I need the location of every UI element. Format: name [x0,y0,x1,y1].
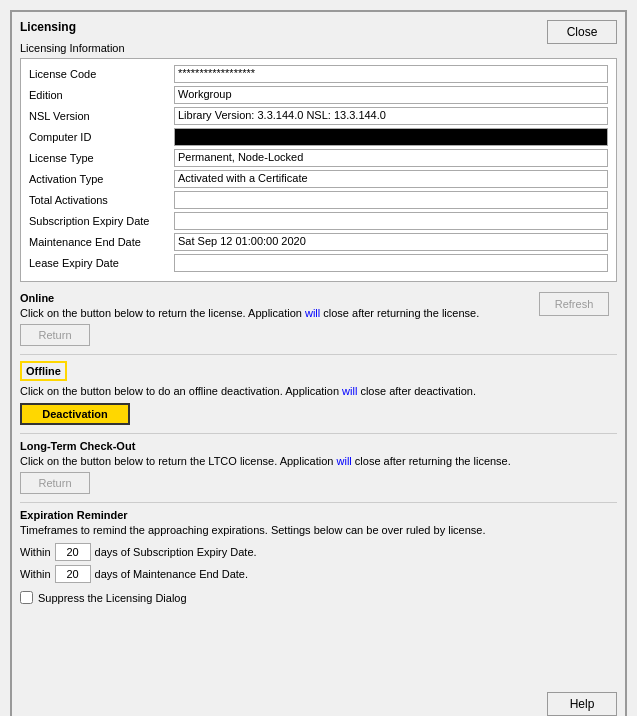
info-row: License Code****************** [29,65,608,83]
expiration-row1-input[interactable] [55,543,91,561]
offline-desc-pre: Click on the button below to do an offli… [20,385,342,397]
dialog-title: Licensing [20,20,617,34]
suppress-checkbox[interactable] [20,591,33,604]
info-row: License TypePermanent, Node-Locked [29,149,608,167]
info-label: Computer ID [29,131,174,143]
info-row: Activation TypeActivated with a Certific… [29,170,608,188]
info-row: Total Activations [29,191,608,209]
expiration-row1-post: days of Subscription Expiry Date. [95,546,257,558]
info-label: Edition [29,89,174,101]
info-value: Activated with a Certificate [174,170,608,188]
ltco-section-title: Long-Term Check-Out [20,440,617,452]
expiration-row2-input[interactable] [55,565,91,583]
expiration-section: Expiration Reminder Timeframes to remind… [20,509,617,583]
info-label: Total Activations [29,194,174,206]
info-row: NSL VersionLibrary Version: 3.3.144.0 NS… [29,107,608,125]
online-section-wrapper: Online Click on the button below to retu… [20,292,617,346]
online-section-title: Online [20,292,617,304]
expiration-section-title: Expiration Reminder [20,509,617,521]
info-value [174,212,608,230]
offline-desc-blue: will [342,385,357,397]
offline-section: Offline Click on the button below to do … [20,361,617,424]
help-button[interactable]: Help [547,692,617,716]
online-desc-pre: Click on the button below to return the … [20,307,305,319]
expiration-row2-post: days of Maintenance End Date. [95,568,248,580]
info-label: License Type [29,152,174,164]
info-value: Sat Sep 12 01:00:00 2020 [174,233,608,251]
offline-section-title: Offline [26,365,61,377]
offline-desc-post: close after deactivation. [357,385,476,397]
expiration-section-desc: Timeframes to remind the approaching exp… [20,523,617,537]
refresh-button[interactable]: Refresh [539,292,609,316]
online-desc-post: close after returning the license. [320,307,479,319]
online-desc-blue: will [305,307,320,319]
expiration-row1-pre: Within [20,546,51,558]
info-value [174,191,608,209]
licensing-info-section: Licensing Information License Code******… [20,42,617,282]
suppress-row: Suppress the Licensing Dialog [20,591,617,604]
ltco-section-desc: Click on the button below to return the … [20,454,617,468]
ltco-desc-pre: Click on the button below to return the … [20,455,337,467]
offline-section-desc: Click on the button below to do an offli… [20,384,617,398]
info-label: Maintenance End Date [29,236,174,248]
deactivation-button[interactable]: Deactivation [20,403,130,425]
online-return-button[interactable]: Return [20,324,90,346]
ltco-return-button[interactable]: Return [20,472,90,494]
info-value: Workgroup [174,86,608,104]
licensing-info-title: Licensing Information [20,42,617,54]
info-value [174,128,608,146]
offline-title-box: Offline [20,361,67,381]
info-value: Library Version: 3.3.144.0 NSL: 13.3.144… [174,107,608,125]
info-row: Subscription Expiry Date [29,212,608,230]
info-row: Maintenance End DateSat Sep 12 01:00:00 … [29,233,608,251]
ltco-desc-blue: will [337,455,352,467]
online-section: Online Click on the button below to retu… [20,292,617,346]
licensing-dialog: Licensing Close Licensing Information Li… [10,10,627,716]
info-value: Permanent, Node-Locked [174,149,608,167]
info-label: Lease Expiry Date [29,257,174,269]
ltco-desc-post: close after returning the license. [352,455,511,467]
info-row: Computer ID [29,128,608,146]
suppress-label: Suppress the Licensing Dialog [38,592,187,604]
info-label: Subscription Expiry Date [29,215,174,227]
info-label: NSL Version [29,110,174,122]
info-label: Activation Type [29,173,174,185]
licensing-info-box: License Code******************EditionWor… [20,58,617,282]
expiration-row-1: Within days of Subscription Expiry Date. [20,543,617,561]
info-value [174,254,608,272]
info-label: License Code [29,68,174,80]
info-value: ****************** [174,65,608,83]
expiration-row-2: Within days of Maintenance End Date. [20,565,617,583]
expiration-row2-pre: Within [20,568,51,580]
info-row: Lease Expiry Date [29,254,608,272]
info-row: EditionWorkgroup [29,86,608,104]
online-section-desc: Click on the button below to return the … [20,306,617,320]
ltco-section: Long-Term Check-Out Click on the button … [20,440,617,494]
close-button[interactable]: Close [547,20,617,44]
